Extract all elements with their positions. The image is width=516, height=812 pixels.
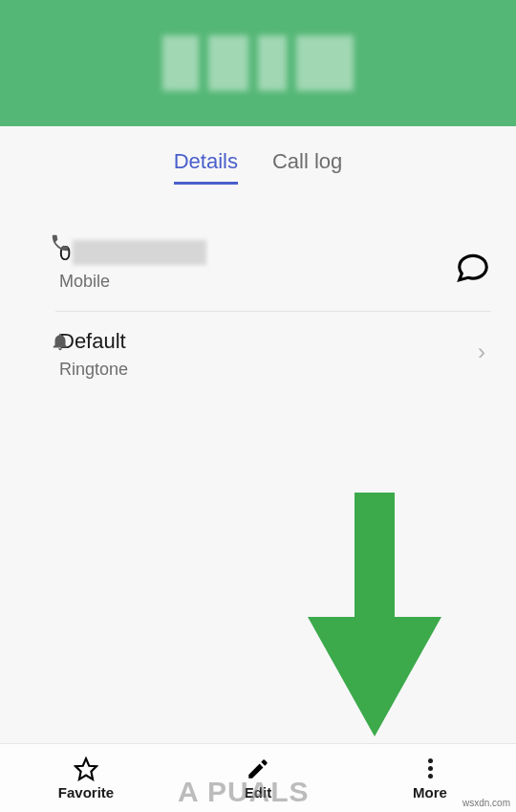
phone-number-redacted — [73, 240, 206, 265]
tab-details[interactable]: Details — [174, 149, 238, 185]
svg-marker-2 — [75, 758, 97, 779]
edit-button[interactable]: Edit — [201, 757, 315, 801]
more-button[interactable]: More — [373, 757, 487, 801]
edit-label: Edit — [245, 784, 271, 801]
more-icon — [428, 757, 433, 781]
phone-icon — [50, 232, 71, 253]
svg-marker-1 — [308, 617, 441, 736]
bottom-action-bar: Favorite Edit More — [0, 743, 516, 812]
bell-icon — [50, 331, 71, 352]
favorite-label: Favorite — [58, 784, 114, 801]
tab-call-log[interactable]: Call log — [272, 149, 342, 185]
annotation-arrow-icon — [308, 493, 441, 736]
message-icon[interactable] — [455, 250, 491, 286]
phone-number[interactable]: 0 — [59, 240, 455, 266]
favorite-button[interactable]: Favorite — [29, 757, 143, 801]
phone-label: Mobile — [59, 272, 455, 292]
contact-name-redacted — [162, 35, 354, 91]
more-label: More — [413, 784, 447, 801]
pencil-icon — [246, 757, 270, 781]
ringtone-row[interactable]: Default Ringtone › — [55, 312, 491, 393]
ringtone-label: Ringtone — [59, 360, 478, 380]
contact-header — [0, 0, 516, 126]
star-icon — [74, 757, 98, 781]
ringtone-value: Default — [59, 329, 478, 354]
svg-rect-0 — [355, 493, 395, 631]
tab-bar: Details Call log — [0, 126, 516, 202]
chevron-right-icon: › — [478, 339, 491, 365]
details-panel: 0 Mobile Default Ringtone › — [0, 202, 516, 393]
